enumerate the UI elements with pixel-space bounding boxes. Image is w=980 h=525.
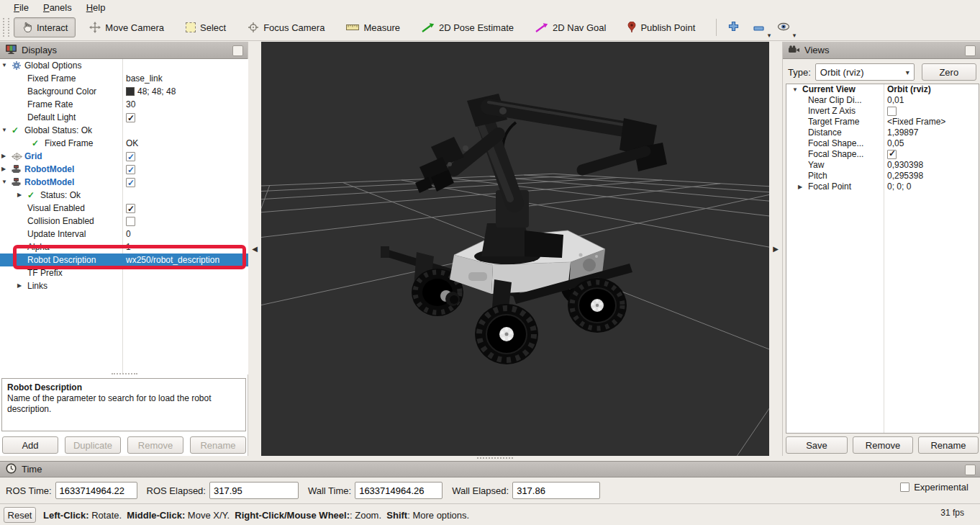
- time-field-input[interactable]: [355, 482, 443, 499]
- color-swatch[interactable]: [126, 87, 135, 96]
- checkbox-checked[interactable]: ✓: [126, 165, 135, 174]
- experimental-checkbox[interactable]: [900, 483, 909, 492]
- left-splitter[interactable]: ◀: [248, 42, 261, 456]
- zero-button[interactable]: Zero: [922, 63, 976, 81]
- move-camera-tool[interactable]: Move Camera: [81, 17, 172, 37]
- tool-label: Focus Camera: [263, 22, 325, 33]
- menu-item-help[interactable]: Help: [80, 1, 112, 14]
- tree-row[interactable]: Update Interval0: [0, 228, 248, 241]
- tree-row[interactable]: Background Color48; 48; 48: [0, 85, 248, 98]
- tree-row[interactable]: Invert Z Axis: [786, 106, 979, 117]
- tree-row[interactable]: Near Clip Di...0,01: [786, 95, 979, 106]
- time-field-input[interactable]: [55, 482, 137, 499]
- tree-row[interactable]: ▼Global Options: [0, 59, 248, 72]
- expander-icon[interactable]: ▶: [1, 150, 12, 163]
- tree-label: Current View: [802, 84, 856, 95]
- tree-label: Grid: [24, 150, 42, 163]
- tool-visibility-button[interactable]: ▾: [774, 18, 793, 37]
- publish-point-tool[interactable]: Publish Point: [620, 17, 703, 37]
- expander-icon[interactable]: ▼: [792, 84, 802, 95]
- select-tool[interactable]: Select: [178, 18, 234, 37]
- focus-camera-tool[interactable]: Focus Camera: [240, 17, 332, 37]
- remove-tool-button[interactable]: ▾: [749, 18, 768, 37]
- tree-row[interactable]: Robot Descriptionwx250/robot_description: [0, 253, 248, 266]
- tree-row[interactable]: Pitch0,295398: [786, 171, 979, 181]
- checkbox-checked[interactable]: ✓: [126, 178, 135, 187]
- collapse-left-icon[interactable]: ◀: [252, 245, 258, 253]
- tree-row[interactable]: Collision Enabled: [0, 215, 248, 228]
- toolbar-drag-handle[interactable]: [3, 18, 9, 37]
- 3d-viewport[interactable]: [261, 42, 769, 456]
- right-splitter[interactable]: ▶: [769, 42, 782, 456]
- tree-row[interactable]: ▼Current ViewOrbit (rviz): [786, 84, 979, 95]
- reset-button[interactable]: Reset: [4, 507, 36, 523]
- tool-label: Select: [200, 22, 226, 33]
- expander-icon[interactable]: ▶: [798, 181, 808, 192]
- checkbox-checked[interactable]: ✓: [126, 113, 135, 122]
- expander-icon[interactable]: ▼: [1, 124, 12, 137]
- tree-row[interactable]: Visual Enabled✓: [0, 202, 248, 215]
- menu-item-file[interactable]: File: [7, 1, 35, 14]
- measure-tool[interactable]: Measure: [338, 18, 408, 37]
- help-segment: Left-Click: Rotate.: [43, 510, 127, 521]
- tree-row[interactable]: Yaw0,930398: [786, 160, 979, 171]
- menu-item-panels[interactable]: Panels: [37, 1, 78, 14]
- nav-goal-tool[interactable]: 2D Nav Goal: [527, 18, 614, 37]
- panel-float-button[interactable]: [965, 45, 976, 56]
- tree-row[interactable]: ▶Focal Point0; 0; 0: [786, 181, 979, 192]
- displays-panel-header[interactable]: Displays: [0, 42, 248, 59]
- time-field-input[interactable]: [209, 482, 299, 499]
- horizontal-splitter[interactable]: [0, 456, 980, 461]
- add-tool-button[interactable]: [724, 18, 743, 37]
- pose-estimate-tool[interactable]: 2D Pose Estimate: [414, 18, 522, 37]
- tree-row[interactable]: ▶Grid✓: [0, 150, 248, 163]
- measure-icon: [346, 24, 359, 31]
- tree-row[interactable]: ▼RobotModel✓: [0, 176, 248, 189]
- checkbox-checked[interactable]: ✓: [126, 204, 135, 213]
- collapse-right-icon[interactable]: ▶: [773, 245, 779, 253]
- checkbox-checked[interactable]: ✓: [887, 150, 897, 159]
- expander-icon[interactable]: ▶: [17, 189, 27, 202]
- panel-float-button[interactable]: [965, 465, 976, 475]
- save-button[interactable]: Save: [786, 436, 848, 454]
- tree-row[interactable]: Focal Shape...0,05: [786, 138, 979, 149]
- tree-row[interactable]: Target Frame<Fixed Frame>: [786, 117, 979, 127]
- checkbox-unchecked[interactable]: [887, 107, 897, 116]
- tree-value-text: 0: [126, 228, 131, 241]
- tree-value-text: Orbit (rviz): [887, 84, 931, 95]
- tree-row[interactable]: Frame Rate30: [0, 98, 248, 111]
- tree-value-text: 0,01: [887, 95, 904, 106]
- tree-row[interactable]: ▶Links: [0, 279, 248, 292]
- time-field-input[interactable]: [512, 482, 600, 499]
- property-description-text: Name of the parameter to search for to l…: [7, 393, 212, 414]
- tree-row[interactable]: ✓Fixed FrameOK: [0, 137, 248, 150]
- tree-row[interactable]: ▼✓Global Status: Ok: [0, 124, 248, 137]
- rename-button[interactable]: Rename: [918, 436, 979, 454]
- checkbox-unchecked[interactable]: [126, 217, 135, 226]
- tree-label: Global Status: Ok: [24, 124, 92, 137]
- time-panel-header[interactable]: Time: [0, 461, 980, 477]
- panel-float-button[interactable]: [232, 45, 243, 56]
- tree-row[interactable]: ▶RobotModel✓: [0, 163, 248, 176]
- checkbox-checked[interactable]: ✓: [126, 152, 135, 161]
- tree-value: 0; 0; 0: [887, 181, 911, 192]
- tree-row[interactable]: ▶✓Status: Ok: [0, 189, 248, 202]
- expander-icon[interactable]: ▶: [17, 279, 27, 292]
- add-button[interactable]: Add: [2, 436, 58, 454]
- views-panel-header[interactable]: Views: [783, 42, 980, 59]
- tree-label: RobotModel: [24, 163, 74, 176]
- tree-row[interactable]: TF Prefix: [0, 266, 248, 279]
- view-type-combobox[interactable]: Orbit (rviz) ▾: [815, 63, 915, 81]
- expander-icon[interactable]: ▼: [1, 59, 12, 72]
- interact-tool[interactable]: Interact: [14, 17, 76, 37]
- tree-row[interactable]: Fixed Framebase_link: [0, 72, 248, 85]
- expander-icon[interactable]: ▼: [1, 176, 12, 189]
- tree-row[interactable]: Focal Shape...✓: [786, 149, 979, 160]
- expander-icon[interactable]: ▶: [1, 163, 12, 176]
- tree-row[interactable]: Distance1,39897: [786, 127, 979, 138]
- description-splitter-handle[interactable]: [112, 373, 137, 377]
- tree-row[interactable]: Default Light✓: [0, 111, 248, 124]
- remove-button[interactable]: Remove: [853, 436, 913, 454]
- select-icon: [186, 22, 196, 32]
- tree-row[interactable]: Alpha1: [0, 241, 248, 253]
